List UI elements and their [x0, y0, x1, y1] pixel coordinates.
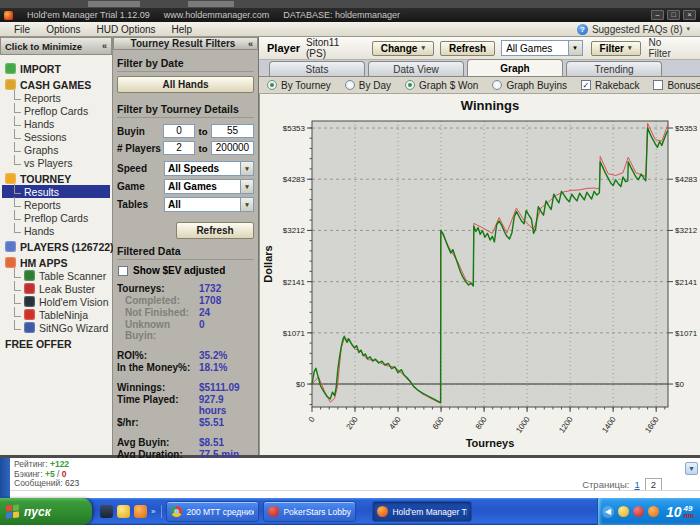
menu-help[interactable]: Help: [164, 23, 201, 36]
pokerstars-icon: [268, 506, 279, 517]
stat-value: 18.1%: [199, 362, 227, 373]
yellow-ball-icon[interactable]: [618, 506, 629, 517]
start-button[interactable]: пуск: [0, 498, 92, 525]
taskbar-task-pokerstars-lobby-l[interactable]: PokerStars Lobby - L...: [263, 501, 356, 522]
input-buyin-from[interactable]: 0: [163, 124, 195, 138]
sidebar-item-sitngo-wizard[interactable]: SitNGo Wizard: [2, 321, 110, 334]
input-players-to[interactable]: 200000: [211, 141, 254, 155]
checkbox-bonuses[interactable]: Bonuses: [653, 80, 700, 91]
hm-icon: [377, 506, 388, 517]
media-player-icon[interactable]: [100, 505, 113, 518]
red-tray-icon[interactable]: [633, 506, 644, 517]
radio-icon: [345, 80, 355, 90]
tree-line: [14, 129, 21, 139]
radio-graph-won[interactable]: Graph $ Won: [405, 80, 478, 91]
orange-ball-icon[interactable]: [648, 506, 659, 517]
chevron-down-icon: ▾: [421, 44, 425, 52]
menu-options[interactable]: Options: [38, 23, 88, 36]
rating-value: +122: [50, 459, 69, 469]
stat-value: $8.51: [199, 437, 224, 448]
maximize-button[interactable]: □: [667, 10, 680, 20]
select-filter-rows: SpeedAll Speeds▾GameAll Games▾TablesAll▾: [117, 158, 254, 215]
filtered-data-stats: Tourneys:1732Completed:1708Not Finished:…: [117, 282, 254, 461]
checkbox-rakeback[interactable]: ✓Rakeback: [581, 80, 639, 91]
show-ev-adjusted[interactable]: Show $EV adjusted: [118, 265, 254, 276]
messages-line: Сообщений: 623: [14, 479, 79, 489]
start-label: пуск: [24, 505, 51, 519]
games-select[interactable]: All Games ▾: [501, 40, 582, 56]
player-bar: Player Siton11 (PS) Change ▾ Refresh All…: [259, 37, 700, 60]
sidebar-item-label: TOURNEY: [20, 173, 71, 185]
tab-data-view[interactable]: Data View: [368, 61, 464, 76]
filter-panel-header[interactable]: Tourney Result Filters «: [113, 37, 258, 50]
select-game[interactable]: All Games▾: [164, 179, 254, 194]
scroll-down-button[interactable]: ▼: [685, 462, 698, 475]
sidebar-item-label: Table Scanner: [39, 270, 106, 282]
svg-text:$4283: $4283: [283, 175, 306, 184]
sidebar-header[interactable]: Click to Minimize «: [0, 37, 112, 55]
sidebar-item-free-offer[interactable]: FREE OFFER: [2, 337, 110, 350]
filter-status: No Filter: [649, 37, 692, 59]
app-icon: [4, 11, 13, 20]
tree-line: [14, 90, 21, 100]
menu-hud-options[interactable]: HUD Options: [89, 23, 164, 36]
tab-stats[interactable]: Stats: [269, 61, 365, 76]
stat-label: Not Finished:: [117, 307, 199, 318]
sidebar-item-players-126722[interactable]: PLAYERS (126722): [2, 240, 110, 253]
chrome-icon: [171, 506, 182, 517]
minimize-button[interactable]: –: [651, 10, 664, 20]
collapse-icon: «: [248, 39, 253, 49]
menu-file[interactable]: File: [6, 23, 38, 36]
close-button[interactable]: ×: [683, 10, 696, 20]
stat-value: 927.9 hours: [199, 394, 254, 416]
input-players-from[interactable]: 2: [163, 141, 195, 155]
refresh-filters-button[interactable]: Refresh: [176, 222, 254, 239]
player-bar-right: All Games ▾ Filter ▾ No Filter: [501, 37, 692, 59]
games-select-value: All Games: [506, 43, 552, 54]
tab-graph[interactable]: Graph: [467, 59, 563, 76]
input-buyin-to[interactable]: 55: [211, 124, 254, 138]
select-speed[interactable]: All Speeds▾: [164, 161, 254, 176]
all-hands-button[interactable]: All Hands: [117, 76, 254, 93]
sidebar-item-hands[interactable]: Hands: [2, 224, 110, 237]
chevron-down-icon: ▾: [240, 198, 253, 211]
taskbar-task-200-мтт-средних-ли[interactable]: 200 МТТ средних ли...: [166, 501, 259, 522]
radio-by-day[interactable]: By Day: [345, 80, 391, 91]
sidebar-item-label: Graphs: [24, 144, 58, 156]
sidebar-item-label: Hold'em Vision: [39, 296, 109, 308]
radio-label: Graph $ Won: [419, 80, 478, 91]
select-value: All Speeds: [168, 163, 219, 174]
svg-text:800: 800: [474, 415, 489, 432]
tray-chevron-icon[interactable]: ◀: [602, 506, 614, 518]
sidebar-item-vs-players[interactable]: vs Players: [2, 156, 110, 169]
refresh-button[interactable]: Refresh: [440, 41, 495, 56]
suggested-faqs[interactable]: ? Suggested FAQs (8) ▾: [577, 24, 694, 35]
holdem-vision-icon: [24, 296, 35, 307]
filter-row-buyin: Buyin0to55: [117, 124, 254, 138]
chart-area: 02004006008001000120014001600$0$0$1071$1…: [259, 94, 700, 455]
sidebar-item-import[interactable]: IMPORT: [2, 62, 110, 75]
radio-icon: [405, 80, 415, 90]
background-browser-strip: Рейтинг: +122 Бэкинг: +5 / 0 Сообщений: …: [0, 458, 700, 498]
divider: [10, 490, 700, 491]
radio-by-tourney[interactable]: By Tourney: [267, 80, 331, 91]
page-link-1[interactable]: 1: [634, 479, 639, 490]
stat-value: 24: [199, 307, 210, 318]
change-label: Change: [381, 43, 418, 54]
filter-by-date-label: Filter by Date: [117, 57, 254, 72]
sitngo-wizard-icon: [24, 322, 35, 333]
stat-value: $5.51: [199, 417, 224, 428]
leak-buster-icon: [24, 283, 35, 294]
quick-launch-overflow-icon[interactable]: »: [151, 507, 155, 516]
filter-button[interactable]: Filter ▾: [591, 41, 641, 56]
browser-ball-icon[interactable]: [134, 505, 147, 518]
stat-unknown-buyin: Unknown Buyin:0: [117, 319, 254, 341]
select-tables[interactable]: All▾: [164, 197, 254, 212]
svg-text:1000: 1000: [514, 415, 532, 435]
change-player-button[interactable]: Change ▾: [372, 41, 434, 56]
tab-trending[interactable]: Trending: [566, 61, 662, 76]
messenger-icon[interactable]: [117, 505, 130, 518]
radio-graph-buyins[interactable]: Graph Buyins: [492, 80, 567, 91]
taskbar-task-hold-em-manager-tria[interactable]: Hold'em Manager Tria...: [372, 501, 472, 522]
stat-label: Tourneys:: [117, 283, 199, 294]
